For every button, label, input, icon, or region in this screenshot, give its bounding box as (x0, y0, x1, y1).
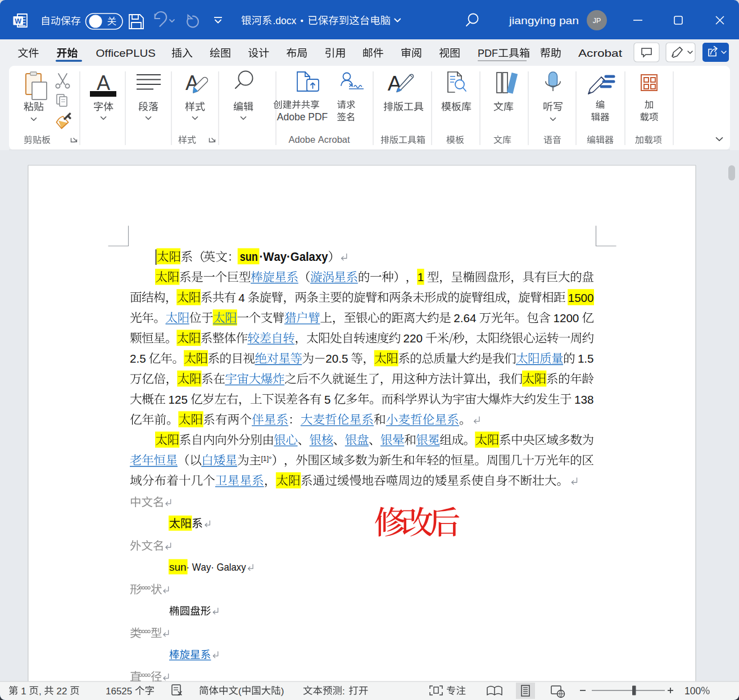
svg-text:4: 4 (238, 291, 244, 304)
svg-text:Acrobat: Acrobat (578, 47, 623, 59)
svg-text:.docx: .docx (273, 15, 297, 26)
svg-text:Adobe PDF: Adobe PDF (277, 111, 328, 123)
svg-text:°: ° (269, 455, 271, 463)
svg-text:W: W (15, 17, 21, 25)
svg-text:A: A (97, 71, 110, 94)
svg-text:· Way· Galaxy: · Way· Galaxy (187, 561, 246, 573)
svg-text:1: 1 (19, 686, 29, 697)
svg-text:,: , (39, 686, 44, 697)
svg-text:5: 5 (324, 393, 330, 406)
svg-text:(: ( (238, 686, 242, 697)
svg-text::: : (342, 686, 347, 697)
svg-text:Adobe Acrobat: Adobe Acrobat (288, 134, 350, 144)
svg-text:OfficePLUS: OfficePLUS (96, 47, 155, 59)
svg-text:20.5: 20.5 (325, 352, 348, 365)
svg-text:·Way·Galaxy: ·Way·Galaxy (259, 250, 328, 264)
svg-text:PDF: PDF (478, 47, 498, 59)
svg-text:sun: sun (240, 250, 258, 264)
svg-text:16525: 16525 (106, 686, 135, 697)
svg-text:22: 22 (54, 686, 70, 697)
svg-text:1500: 1500 (568, 291, 594, 304)
svg-text:138: 138 (574, 393, 593, 406)
svg-text:2.5: 2.5 (130, 352, 146, 365)
svg-text:jiangying pan: jiangying pan (509, 15, 579, 26)
svg-text:1: 1 (418, 270, 424, 283)
svg-text:): ) (281, 686, 284, 697)
svg-text:[1]: [1] (261, 455, 269, 463)
svg-text:1.5: 1.5 (578, 352, 594, 365)
svg-text:2.64: 2.64 (454, 311, 476, 324)
svg-text:100: 100 (684, 685, 701, 697)
svg-text:220: 220 (403, 332, 423, 345)
svg-text:125: 125 (169, 393, 188, 406)
svg-text:sun: sun (169, 561, 187, 573)
svg-text:JP: JP (593, 17, 601, 25)
svg-text:A: A (388, 72, 402, 95)
svg-text:1200: 1200 (554, 311, 579, 324)
